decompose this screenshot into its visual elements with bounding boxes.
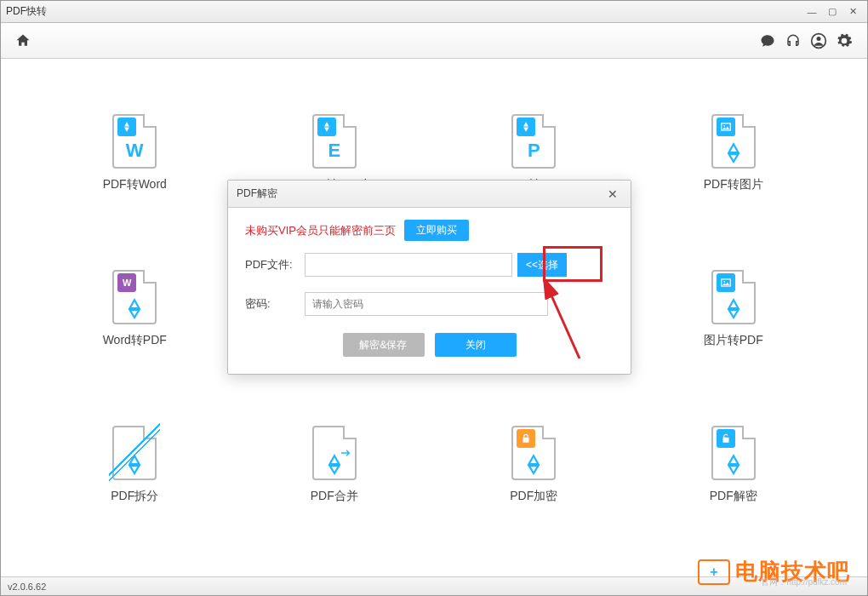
window-title: PDF快转 [6,4,47,19]
close-dialog-button[interactable]: 关闭 [435,333,517,357]
unlock-badge-icon [717,429,735,448]
watermark: + 电脑技术吧 官网：http://pdfkz.com [698,557,850,587]
watermark-icon: + [698,559,730,585]
minimize-button[interactable]: — [802,4,821,20]
tile-pdf-merge[interactable]: PDF合并 [235,387,435,542]
pdf-decrypt-dialog: PDF解密 ✕ 未购买VIP会员只能解密前三页 立即购买 PDF文件: <<选择… [227,180,631,375]
gear-icon [836,32,853,49]
support-button[interactable] [780,28,806,54]
password-label: 密码: [245,296,305,312]
decrypt-save-button[interactable]: 解密&保存 [343,333,425,357]
letter-e-icon: E [314,140,355,162]
pdf-badge-icon [317,117,336,136]
tile-pdf-to-word[interactable]: W PDF转Word [35,76,235,232]
word-badge-icon: W [117,273,136,292]
watermark-url: 官网：http://pdfkz.com [761,576,847,588]
tile-image-to-pdf[interactable]: 图片转PDF [634,232,834,387]
user-icon [810,32,827,49]
chat-icon [760,33,775,49]
tile-word-to-pdf[interactable]: W Word转PDF [35,232,235,387]
titlebar: PDF快转 — ▢ ✕ [1,1,867,23]
tile-pdf-decrypt[interactable]: PDF解密 [634,387,834,542]
tile-label: PDF转Word [103,177,167,192]
pdf-glyph-icon [713,453,754,475]
close-window-button[interactable]: ✕ [843,4,862,20]
letter-p-icon: P [513,140,554,162]
image-badge-icon [717,117,735,136]
merge-arrow-icon [340,446,353,460]
file-path-input[interactable] [305,253,512,277]
svg-point-3 [723,125,725,127]
tile-pdf-to-image[interactable]: PDF转图片 [634,76,834,232]
account-button[interactable] [806,28,831,54]
select-file-button[interactable]: <<选择 [517,253,567,277]
dialog-header[interactable]: PDF解密 ✕ [228,181,631,208]
pdf-glyph-icon [713,297,754,319]
toolbar [1,23,867,59]
image-badge-icon [717,273,735,292]
lock-badge-icon [517,429,535,448]
app-window: PDF快转 — ▢ ✕ W PDF转Word [0,0,868,596]
settings-button[interactable] [831,28,857,54]
svg-point-1 [817,37,821,41]
tile-label: Word转PDF [103,333,167,348]
pdf-glyph-icon [114,297,155,319]
pdf-glyph-icon [513,453,554,475]
tile-label: 图片转PDF [704,333,763,348]
dialog-close-button[interactable]: ✕ [603,185,622,203]
home-button[interactable] [11,29,35,53]
pdf-badge-icon [117,117,136,136]
buy-vip-button[interactable]: 立即购买 [404,220,469,241]
version-text: v2.0.6.62 [8,582,46,592]
password-input[interactable] [305,292,548,316]
headset-icon [785,33,801,49]
tile-pdf-encrypt[interactable]: PDF加密 [434,387,634,542]
tile-label: PDF转图片 [704,177,763,192]
tile-label: PDF合并 [311,489,358,504]
maximize-button[interactable]: ▢ [823,4,842,20]
pdf-glyph-icon [114,453,155,475]
tile-label: PDF解密 [710,489,757,504]
chat-button[interactable] [755,28,780,54]
vip-warning-text: 未购买VIP会员只能解密前三页 [245,223,396,238]
tile-label: PDF加密 [510,489,557,504]
dialog-title: PDF解密 [237,186,277,201]
pdf-glyph-icon [713,141,754,163]
tile-pdf-split[interactable]: PDF拆分 [35,387,235,542]
tile-label: PDF拆分 [111,489,158,504]
pdf-badge-icon [517,117,535,136]
letter-w-icon: W [114,140,155,162]
svg-point-5 [723,281,725,283]
home-icon [14,32,31,49]
file-label: PDF文件: [245,257,305,272]
